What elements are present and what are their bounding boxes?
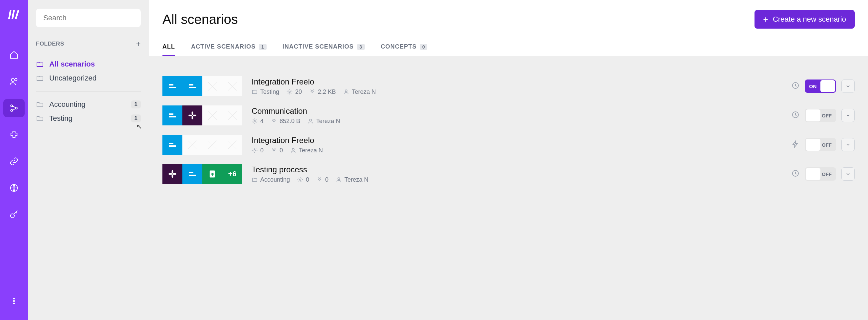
scenario-folder: Testing bbox=[252, 89, 279, 95]
scenario-ops: 0 bbox=[252, 147, 264, 154]
scenario-row[interactable]: +6Testing processAccounting00Tereza NOFF bbox=[162, 159, 855, 189]
scenario-name: Integration Freelo bbox=[252, 77, 782, 87]
clock-icon bbox=[792, 82, 800, 91]
app-icon bbox=[203, 105, 222, 125]
scenario-meta: 00Tereza N bbox=[252, 147, 782, 154]
scenario-toggle[interactable]: OFF bbox=[805, 167, 836, 181]
tab-badge: 1 bbox=[259, 44, 267, 50]
scenario-menu-button[interactable] bbox=[841, 138, 855, 151]
scenario-size: 0 bbox=[271, 147, 283, 154]
folder-all-scenarios[interactable]: All scenarios bbox=[36, 57, 141, 71]
app-icon bbox=[182, 164, 203, 184]
main: All scenarios + Create a new scenario AL… bbox=[149, 0, 868, 320]
svg-point-21 bbox=[292, 148, 294, 150]
nav-scenarios[interactable] bbox=[3, 99, 25, 117]
svg-rect-25 bbox=[173, 173, 176, 175]
nav-users[interactable] bbox=[3, 72, 25, 91]
scenario-info: Integration FreeloTesting202.2 KBTereza … bbox=[252, 77, 782, 95]
scenario-info: Communication4852.0 BTereza N bbox=[252, 106, 782, 125]
app-icon bbox=[203, 135, 222, 155]
tab-label: ALL bbox=[162, 43, 175, 50]
folder-label: Testing bbox=[49, 114, 72, 123]
scenario-controls: OFF bbox=[792, 138, 855, 151]
scenario-toggle[interactable]: OFF bbox=[805, 109, 836, 122]
nav-rail bbox=[0, 0, 28, 320]
app-icon bbox=[203, 164, 222, 184]
scenario-menu-button[interactable] bbox=[841, 109, 855, 122]
scenario-user: Tereza N bbox=[336, 176, 368, 183]
clock-icon bbox=[792, 111, 800, 120]
svg-point-6 bbox=[11, 214, 14, 218]
bolt-icon bbox=[792, 140, 800, 149]
app-icon bbox=[182, 105, 203, 125]
scenario-folder: Accounting bbox=[252, 176, 290, 183]
plus-icon: + bbox=[763, 15, 768, 24]
tab-badge: 3 bbox=[357, 44, 365, 50]
clock-icon bbox=[792, 169, 800, 179]
app-icon bbox=[182, 135, 203, 155]
nav-more[interactable] bbox=[3, 292, 25, 310]
tab-inactive[interactable]: INACTIVE SCENARIOS 3 bbox=[283, 40, 365, 56]
nav-globe[interactable] bbox=[3, 179, 25, 197]
scenario-toggle[interactable]: ON bbox=[805, 79, 836, 93]
scenario-apps bbox=[162, 105, 242, 125]
scenario-ops: 4 bbox=[252, 118, 264, 125]
svg-rect-14 bbox=[192, 116, 193, 120]
scenario-toggle[interactable]: OFF bbox=[805, 138, 836, 151]
scenario-user: Tereza N bbox=[290, 147, 323, 154]
svg-rect-13 bbox=[192, 111, 193, 115]
folder-uncategorized[interactable]: Uncategorized bbox=[36, 71, 141, 85]
search-input[interactable] bbox=[43, 13, 133, 22]
scenario-meta: Testing202.2 KBTereza N bbox=[252, 89, 782, 95]
app-icon bbox=[162, 76, 182, 96]
scenario-controls: OFF bbox=[792, 109, 855, 122]
tab-concepts[interactable]: CONCEPTS 0 bbox=[381, 40, 428, 56]
app-icon bbox=[162, 105, 182, 125]
sidebar: FOLDERS + All scenarios Uncategorized Ac… bbox=[28, 0, 149, 320]
scenario-menu-button[interactable] bbox=[841, 167, 855, 181]
app-icon bbox=[222, 76, 242, 96]
svg-point-2 bbox=[11, 105, 13, 107]
svg-point-10 bbox=[289, 91, 290, 93]
scenario-size: 852.0 B bbox=[271, 118, 300, 125]
svg-point-18 bbox=[310, 119, 312, 121]
scenario-apps bbox=[162, 135, 242, 155]
folder-label: Uncategorized bbox=[49, 74, 96, 83]
scenario-row[interactable]: Integration Freelo00Tereza NOFF bbox=[162, 130, 855, 159]
create-scenario-button[interactable]: + Create a new scenario bbox=[754, 10, 855, 29]
app-icon bbox=[162, 164, 182, 184]
svg-point-11 bbox=[345, 90, 347, 92]
nav-plugins[interactable] bbox=[3, 126, 25, 144]
scenario-row[interactable]: Integration FreeloTesting202.2 KBTereza … bbox=[162, 71, 855, 101]
scenario-menu-button[interactable] bbox=[841, 79, 855, 93]
svg-point-0 bbox=[11, 78, 14, 82]
create-scenario-label: Create a new scenario bbox=[773, 15, 846, 24]
search-input-wrap[interactable] bbox=[36, 9, 141, 27]
nav-keys[interactable] bbox=[3, 205, 25, 224]
folder-testing[interactable]: Testing 1 bbox=[36, 111, 141, 125]
folders-heading: FOLDERS bbox=[36, 40, 64, 47]
app-icon bbox=[203, 76, 222, 96]
folder-accounting[interactable]: Accounting 1 bbox=[36, 97, 141, 111]
add-folder-button[interactable]: + bbox=[136, 39, 141, 49]
scenario-list: Integration FreeloTesting202.2 KBTereza … bbox=[149, 56, 868, 320]
tab-all[interactable]: ALL bbox=[162, 40, 175, 56]
svg-point-28 bbox=[338, 178, 340, 180]
app-icon bbox=[222, 135, 242, 155]
nav-home[interactable] bbox=[3, 46, 25, 64]
scenario-size: 0 bbox=[316, 176, 329, 183]
svg-rect-16 bbox=[193, 115, 196, 117]
folder-label: Accounting bbox=[49, 100, 86, 109]
app-icon: +6 bbox=[222, 164, 242, 184]
folder-count: 1 bbox=[131, 115, 141, 122]
app-logo bbox=[6, 7, 22, 23]
svg-point-9 bbox=[13, 303, 14, 304]
svg-point-17 bbox=[254, 120, 256, 122]
scenario-row[interactable]: Communication4852.0 BTereza NOFF bbox=[162, 101, 855, 130]
svg-point-3 bbox=[11, 109, 13, 111]
scenario-apps: +6 bbox=[162, 164, 242, 184]
nav-links[interactable] bbox=[3, 152, 25, 170]
svg-point-20 bbox=[254, 150, 256, 151]
tab-label: CONCEPTS bbox=[381, 43, 417, 50]
tab-active[interactable]: ACTIVE SCENARIOS 1 bbox=[191, 40, 267, 56]
